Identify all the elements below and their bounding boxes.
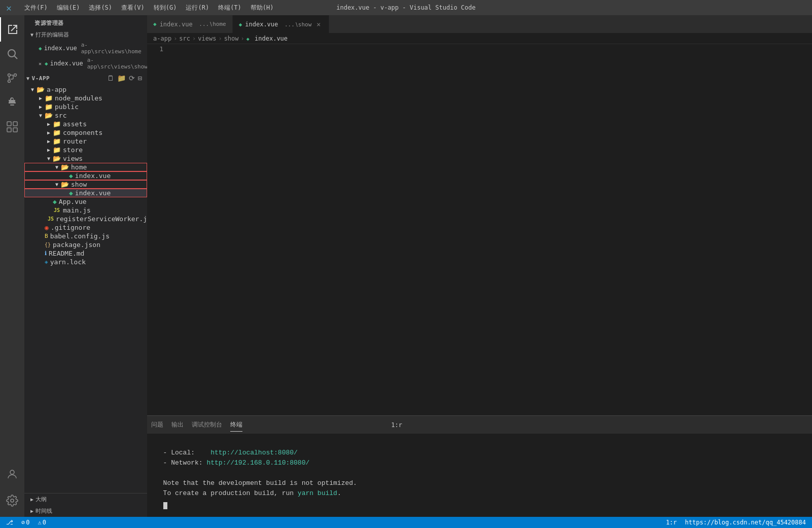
breadcrumb-a-app[interactable]: a-app xyxy=(153,35,171,42)
collapse-all-icon[interactable]: ⊟ xyxy=(137,73,143,83)
tree-item-gitignore[interactable]: ▶ ◉ .gitignore xyxy=(24,223,147,232)
tree-item-package-json[interactable]: ▶ {} package.json xyxy=(24,240,147,249)
activity-debug[interactable] xyxy=(0,90,24,115)
breadcrumb-file[interactable]: ◆ index.vue xyxy=(246,35,288,42)
menu-view[interactable]: 查看(V) xyxy=(117,3,149,13)
activity-search[interactable] xyxy=(0,42,24,66)
a-app-folder-icon: 📂 xyxy=(37,86,45,93)
close-show-icon[interactable]: ✕ xyxy=(39,61,42,66)
main-layout: 资源管理器 ▼ 打开的编辑器 ◆ index.vue a-app\src\vie… xyxy=(0,15,812,517)
tree-item-main-js[interactable]: ▶ JS main.js xyxy=(24,206,147,215)
terminal-cursor-line xyxy=(155,501,804,511)
status-warnings[interactable]: ⚠ 0 xyxy=(36,519,48,526)
menu-terminal[interactable]: 终端(T) xyxy=(214,3,245,13)
open-editors-label: 打开的编辑器 xyxy=(36,31,69,39)
tree-item-src[interactable]: ▼ 📂 src xyxy=(24,111,147,120)
status-branch[interactable]: ⎇ xyxy=(4,519,15,526)
tree-item-node-modules[interactable]: ▶ 📁 node_modules xyxy=(24,94,147,102)
tree-item-a-app[interactable]: ▼ 📂 a-app xyxy=(24,85,147,94)
open-editors-section: ▼ 打开的编辑器 ◆ index.vue a-app\src\views\hom… xyxy=(24,29,147,71)
vapp-header-actions: 🗒 📁 ⟳ ⊟ xyxy=(106,73,143,83)
tree-item-show[interactable]: ▼ 📂 show xyxy=(24,180,147,189)
outline-chevron: ▶ xyxy=(30,497,33,502)
breadcrumb-file-icon: ◆ xyxy=(246,36,250,42)
public-arrow: ▶ xyxy=(37,104,45,110)
babel-label: babel.config.js xyxy=(50,232,110,240)
tree-item-store[interactable]: ▶ 📁 store xyxy=(24,146,147,154)
public-label: public xyxy=(55,103,79,111)
menu-select[interactable]: 选择(S) xyxy=(85,3,116,13)
status-right: 1:r https://blog.csdn.net/qq_45420884 xyxy=(664,519,808,526)
new-folder-icon[interactable]: 📁 xyxy=(116,73,127,83)
tree-item-router[interactable]: ▶ 📁 router xyxy=(24,137,147,146)
svg-rect-7 xyxy=(13,122,17,126)
status-csdn-link[interactable]: https://blog.csdn.net/qq_45420884 xyxy=(683,519,808,526)
tree-item-babel[interactable]: ▶ B babel.config.js xyxy=(24,232,147,240)
tree-item-rsw[interactable]: ▶ JS registerServiceWorker.js xyxy=(24,215,147,223)
menu-help[interactable]: 帮助(H) xyxy=(246,3,278,13)
tab-show-close[interactable]: × xyxy=(314,20,323,28)
tree-item-index-show[interactable]: ▶ ◆ index.vue xyxy=(24,189,147,197)
local-url-link[interactable]: http://localhost:8080/ xyxy=(210,449,298,456)
vapp-section-header[interactable]: ▼ V-APP 🗒 📁 ⟳ ⊟ xyxy=(24,71,147,85)
pkg-icon: {} xyxy=(45,242,51,248)
assets-arrow: ▶ xyxy=(45,121,53,127)
tree-item-home[interactable]: ▼ 📂 home xyxy=(24,163,147,171)
terminal-tab-debug[interactable]: 调试控制台 xyxy=(192,418,222,431)
activity-account[interactable] xyxy=(0,462,24,486)
menu-edit[interactable]: 编辑(E) xyxy=(53,3,84,13)
svg-line-1 xyxy=(15,56,18,59)
tree-item-components[interactable]: ▶ 📁 components xyxy=(24,128,147,137)
status-cursor-pos[interactable]: 1:r xyxy=(664,519,679,526)
breadcrumb-views[interactable]: views xyxy=(198,35,216,42)
terminal-line-build: To create a production build, run yarn b… xyxy=(155,488,804,499)
outline-section[interactable]: ▶ 大纲 xyxy=(24,494,147,505)
app-icon: ✕ xyxy=(6,3,12,13)
terminal-tab-terminal[interactable]: 终端 xyxy=(230,418,242,432)
index-home-label: index.vue xyxy=(75,172,111,180)
tab-show[interactable]: ◆ index.vue ...∖show × xyxy=(233,15,330,33)
rsw-label: registerServiceWorker.js xyxy=(56,215,147,223)
activity-settings[interactable] xyxy=(0,488,24,513)
tab-show-path: ...∖show xyxy=(281,21,311,28)
terminal-tab-problems[interactable]: 问题 xyxy=(151,418,163,431)
activity-source-control[interactable] xyxy=(0,66,24,90)
tree-item-yarn[interactable]: ▶ ◈ yarn.lock xyxy=(24,258,147,266)
menu-goto[interactable]: 转到(G) xyxy=(150,3,181,13)
tree-item-assets[interactable]: ▶ 📁 assets xyxy=(24,120,147,128)
yarn-build-link[interactable]: yarn build xyxy=(298,489,337,497)
code-area[interactable] xyxy=(167,44,812,415)
public-icon: 📁 xyxy=(45,103,53,111)
home-arrow: ▼ xyxy=(53,164,61,170)
activity-explorer[interactable] xyxy=(0,17,24,42)
network-url-link[interactable]: http://192.168.0.110:8080/ xyxy=(206,459,309,467)
svg-rect-9 xyxy=(13,128,17,132)
tree-item-index-home[interactable]: ▶ ◆ index.vue xyxy=(24,171,147,180)
tree-item-readme[interactable]: ▶ ℹ README.md xyxy=(24,249,147,258)
timeline-section[interactable]: ▶ 时间线 xyxy=(24,505,147,517)
breadcrumb-show[interactable]: show xyxy=(224,35,239,42)
tab-home-sublabel: index.vue xyxy=(160,21,193,28)
a-app-label: a-app xyxy=(47,86,66,93)
menu-run[interactable]: 运行(R) xyxy=(182,3,213,13)
yarn-icon: ◈ xyxy=(45,259,48,265)
breadcrumb-src[interactable]: src xyxy=(179,35,190,42)
open-editor-home-icon: ◆ xyxy=(39,45,42,52)
terminal-tab-output[interactable]: 输出 xyxy=(171,418,184,431)
open-editor-show[interactable]: ✕ ◆ index.vue a-app\src\views\show xyxy=(24,56,147,71)
index-home-icon: ◆ xyxy=(69,172,73,180)
open-editor-home[interactable]: ◆ index.vue a-app\src\views\home xyxy=(24,41,147,56)
status-errors[interactable]: ⊘ 0 xyxy=(19,519,31,526)
menu-file[interactable]: 文件(F) xyxy=(20,3,52,13)
tree-item-views[interactable]: ▼ 📂 views xyxy=(24,154,147,163)
svg-rect-6 xyxy=(7,122,11,126)
open-editors-header[interactable]: ▼ 打开的编辑器 xyxy=(24,29,147,41)
tab-home[interactable]: ◆ index.vue ...∖home xyxy=(147,15,233,33)
refresh-icon[interactable]: ⟳ xyxy=(128,73,136,83)
activity-extensions[interactable] xyxy=(0,115,24,139)
svg-point-4 xyxy=(14,74,17,77)
editor-content[interactable]: 1 xyxy=(147,44,812,415)
new-file-icon[interactable]: 🗒 xyxy=(106,73,115,83)
tree-item-app-vue[interactable]: ▶ ◆ App.vue xyxy=(24,197,147,206)
tree-item-public[interactable]: ▶ 📁 public xyxy=(24,102,147,111)
